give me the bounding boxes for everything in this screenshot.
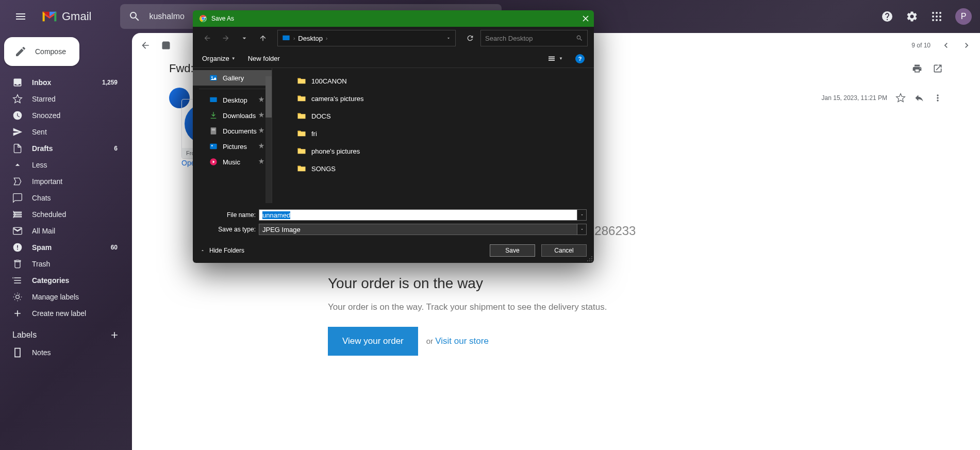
folder-item[interactable]: 100CANON xyxy=(272,72,594,90)
apps-button[interactable] xyxy=(926,6,947,27)
svg-point-26 xyxy=(589,258,590,259)
dialog-title: Save As xyxy=(211,15,573,22)
gmail-logo[interactable]: Gmail xyxy=(41,10,91,23)
gallery-icon xyxy=(209,74,218,82)
type-label: Save as type: xyxy=(200,226,259,233)
dialog-titlebar[interactable]: Save As xyxy=(193,10,594,27)
svg-point-22 xyxy=(211,145,213,146)
sidebar-item-documents[interactable]: Documents xyxy=(193,123,272,139)
nav-back-button[interactable] xyxy=(199,30,215,46)
sidebar-item-less[interactable]: Less xyxy=(0,157,124,173)
more-button[interactable] xyxy=(933,93,943,103)
path-bar[interactable]: › Desktop › xyxy=(277,30,456,46)
account-avatar[interactable]: P xyxy=(955,8,972,25)
sidebar-item-snoozed[interactable]: Snoozed xyxy=(0,107,124,124)
sidebar-item-spam[interactable]: Spam60 xyxy=(0,239,124,256)
sidebar-item-create-new-label[interactable]: Create new label xyxy=(0,305,124,322)
type-dropdown[interactable] xyxy=(577,224,587,235)
order-title: Your order is on the way xyxy=(328,275,617,292)
visit-store-link[interactable]: Visit our store xyxy=(435,336,489,346)
sidebar-item-notes[interactable]: Notes xyxy=(0,344,124,361)
sidebar-item-inbox[interactable]: Inbox1,259 xyxy=(0,74,124,91)
back-button[interactable] xyxy=(140,40,151,51)
svg-rect-19 xyxy=(212,129,215,129)
svg-rect-17 xyxy=(210,97,217,102)
svg-point-7 xyxy=(936,19,938,21)
folder-item[interactable]: fri xyxy=(272,125,594,142)
svg-point-24 xyxy=(591,256,592,257)
folder-item[interactable]: SONGS xyxy=(272,160,594,177)
compose-button[interactable]: Compose xyxy=(4,37,79,66)
sidebar-item-categories[interactable]: Categories xyxy=(0,272,124,289)
reply-button[interactable] xyxy=(914,93,924,103)
nav-history-button[interactable] xyxy=(236,30,253,46)
or-text: or xyxy=(426,337,436,345)
view-toggle[interactable]: ▼ xyxy=(546,55,563,63)
help-button[interactable] xyxy=(877,6,898,27)
sidebar-item-drafts[interactable]: Drafts6 xyxy=(0,140,124,157)
sidebar-item-pictures[interactable]: Pictures xyxy=(193,139,272,154)
sidebar-item-all-mail[interactable]: All Mail xyxy=(0,223,124,239)
svg-rect-18 xyxy=(211,127,217,134)
resize-grip[interactable] xyxy=(587,256,593,262)
new-folder-button[interactable]: New folder xyxy=(248,55,280,62)
svg-rect-14 xyxy=(549,60,555,61)
sidebar-item-music[interactable]: Music xyxy=(193,154,272,170)
type-select[interactable]: JPEG Image xyxy=(259,224,577,235)
labels-header: Labels xyxy=(12,330,37,340)
sidebar-item-desktop[interactable]: Desktop xyxy=(193,92,272,108)
dialog-close-button[interactable] xyxy=(577,10,594,27)
organize-menu[interactable]: Organize▼ xyxy=(202,55,236,62)
main-menu-button[interactable] xyxy=(8,4,33,29)
folder-item[interactable]: DOCS xyxy=(272,107,594,125)
page-counter: 9 of 10 xyxy=(911,42,931,49)
folder-item[interactable]: phone's pictures xyxy=(272,142,594,160)
svg-point-25 xyxy=(591,258,592,259)
sidebar-scrollbar[interactable] xyxy=(265,76,272,203)
next-button[interactable] xyxy=(961,40,972,51)
svg-point-2 xyxy=(939,12,941,14)
star-button[interactable] xyxy=(895,93,906,103)
search-location-input[interactable] xyxy=(480,30,588,46)
refresh-button[interactable] xyxy=(462,30,478,46)
sidebar-item-important[interactable]: Important xyxy=(0,173,124,190)
filename-dropdown[interactable] xyxy=(577,209,587,221)
compose-label: Compose xyxy=(35,47,66,56)
prev-button[interactable] xyxy=(941,40,951,51)
folder-item[interactable]: camera's pictures xyxy=(272,90,594,107)
nav-up-button[interactable] xyxy=(255,30,271,46)
sidebar-item-sent[interactable]: Sent xyxy=(0,124,124,140)
sidebar-item-scheduled[interactable]: Scheduled xyxy=(0,206,124,223)
chrome-icon xyxy=(199,14,207,23)
help-button[interactable]: ? xyxy=(575,54,585,63)
svg-point-10 xyxy=(202,17,204,20)
sidebar-item-gallery[interactable]: Gallery xyxy=(193,70,272,86)
order-description: Your order is on the way. Track your shi… xyxy=(328,302,617,312)
sidebar-item-manage-labels[interactable]: Manage labels xyxy=(0,289,124,305)
hide-folders-button[interactable]: Hide Folders xyxy=(200,247,244,254)
cancel-button[interactable]: Cancel xyxy=(541,244,587,257)
sidebar-item-downloads[interactable]: Downloads xyxy=(193,108,272,123)
settings-button[interactable] xyxy=(902,6,922,27)
svg-rect-12 xyxy=(549,56,555,57)
path-dropdown-icon[interactable] xyxy=(446,36,451,41)
email-subject: Fwd: xyxy=(169,62,194,75)
save-as-dialog: Save As › Desktop › Organize▼ xyxy=(193,10,594,263)
sidebar-item-trash[interactable]: Trash xyxy=(0,256,124,272)
nav-forward-button[interactable] xyxy=(218,30,234,46)
view-order-button[interactable]: View your order xyxy=(328,327,418,356)
desktop-path-icon xyxy=(282,34,290,42)
print-button[interactable] xyxy=(912,63,922,74)
nav-label: Notes xyxy=(32,348,51,357)
sidebar-item-starred[interactable]: Starred xyxy=(0,91,124,107)
filename-input[interactable] xyxy=(259,209,577,221)
archive-button[interactable] xyxy=(161,40,171,51)
popout-button[interactable] xyxy=(933,63,943,74)
svg-point-4 xyxy=(936,15,938,18)
svg-point-0 xyxy=(932,12,934,14)
svg-point-16 xyxy=(211,76,213,78)
sidebar-item-chats[interactable]: Chats xyxy=(0,190,124,206)
save-button[interactable]: Save xyxy=(490,244,535,257)
add-label-icon[interactable] xyxy=(109,330,120,340)
svg-rect-21 xyxy=(210,144,217,149)
